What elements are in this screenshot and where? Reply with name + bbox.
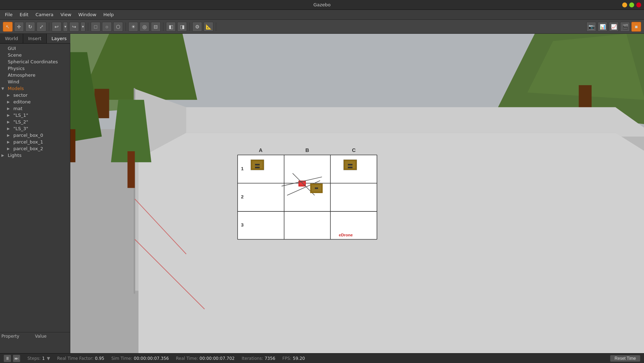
menu-help[interactable]: Help (100, 11, 117, 18)
close-button[interactable] (636, 2, 641, 7)
property-header: Property (1, 334, 35, 352)
steps-label: Steps: (27, 356, 41, 361)
sphere-button[interactable]: ○ (102, 22, 112, 32)
maximize-button[interactable] (629, 2, 634, 7)
main-layout: World Insert Layers GUI Scene Spherical … (0, 34, 644, 353)
arrow-sector: ▶ (7, 93, 13, 97)
model-database-button[interactable]: ◨ (177, 22, 187, 32)
iterations-value: 7356 (265, 356, 276, 361)
label-atmosphere: Atmosphere (8, 72, 36, 78)
cylinder-button[interactable]: ⬡ (113, 22, 123, 32)
tree-item-mat[interactable]: ▶ mat (0, 105, 70, 112)
simtime-value: 00:00:00:07.356 (134, 356, 169, 361)
tree-item-sector[interactable]: ▶ sector (0, 92, 70, 98)
video-button[interactable]: 🎬 (620, 22, 630, 32)
label-ls3: "LS_3" (13, 126, 28, 131)
svg-rect-50 (128, 151, 135, 188)
tree-item-gui[interactable]: GUI (0, 45, 70, 52)
label-scene: Scene (8, 52, 22, 58)
undo-button[interactable]: ↩ (52, 22, 62, 32)
sun-light-button[interactable]: ☀ (128, 22, 138, 32)
rtf-value: 0.95 (95, 356, 104, 361)
arrow-ls1: ▶ (7, 113, 13, 117)
model-insert-button[interactable]: ◧ (166, 22, 176, 32)
left-panel: World Insert Layers GUI Scene Spherical … (0, 34, 70, 353)
steps-value: 1 (42, 356, 45, 361)
measure-button[interactable]: 📐 (204, 22, 213, 32)
svg-text:■■: ■■ (315, 186, 318, 190)
window-controls (622, 2, 641, 7)
tree-item-editone[interactable]: ▶ editone (0, 98, 70, 105)
realtime-value: 00:00:00:07.702 (200, 356, 235, 361)
3d-viewport[interactable]: A B C 1 2 3 ■■■ ■■■ ■■■ ■■■ (70, 34, 644, 353)
scale-tool-button[interactable]: ⤢ (37, 22, 46, 32)
tree-item-physics[interactable]: Physics (0, 65, 70, 72)
joint-button[interactable]: ⚙ (192, 22, 202, 32)
box-button[interactable]: □ (91, 22, 101, 32)
log-button[interactable]: 📊 (598, 22, 607, 32)
tab-insert[interactable]: Insert (23, 34, 46, 43)
menu-edit[interactable]: Edit (16, 11, 32, 18)
sep3 (125, 23, 126, 31)
tree-item-lights[interactable]: ▶ Lights (0, 152, 70, 159)
tree-item-ls3[interactable]: ▶ "LS_3" (0, 125, 70, 132)
toolbar: ↖ ✛ ↻ ⤢ ↩ ▼ ↪ ▼ □ ○ ⬡ ☀ ◎ ⊟ ◧ ◨ ⚙ 📐 📷 📊 … (0, 20, 644, 34)
sep6 (216, 23, 216, 31)
tab-layers[interactable]: Layers (47, 34, 72, 43)
sep5 (189, 23, 190, 31)
label-physics: Physics (8, 66, 25, 71)
menu-window[interactable]: Window (75, 11, 100, 18)
svg-rect-52 (70, 129, 75, 162)
label-models: Models (8, 86, 24, 91)
fps-value: 59.20 (293, 356, 305, 361)
pause-button[interactable]: ⏸ (4, 355, 11, 362)
minimize-button[interactable] (622, 2, 627, 7)
realtime-item: Real Time: 00:00:00:07.702 (176, 356, 234, 361)
tree-item-atmosphere[interactable]: Atmosphere (0, 72, 70, 78)
steps-dropdown-icon[interactable]: ▼ (47, 356, 50, 361)
spot-light-button[interactable]: ⊟ (151, 22, 161, 32)
menu-bar: File Edit Camera View Window Help (0, 10, 644, 20)
redo-button[interactable]: ↪ (69, 22, 79, 32)
svg-text:2: 2 (241, 194, 244, 199)
label-lights: Lights (8, 153, 21, 158)
svg-text:A: A (259, 147, 263, 153)
translate-tool-button[interactable]: ✛ (14, 22, 24, 32)
tree-item-parcel2[interactable]: ▶ parcel_box_2 (0, 145, 70, 152)
step-button[interactable]: ⏭ (13, 355, 20, 362)
label-gui: GUI (8, 46, 16, 51)
orange-indicator[interactable]: ■ (631, 22, 641, 32)
tree-item-ls1[interactable]: ▶ "LS_1" (0, 112, 70, 119)
menu-file[interactable]: File (1, 11, 16, 18)
tree-item-spherical[interactable]: Spherical Coordinates (0, 58, 70, 65)
world-tree: GUI Scene Spherical Coordinates Physics … (0, 44, 70, 332)
label-parcel1: parcel_box_1 (13, 139, 43, 145)
tree-item-models[interactable]: ▼ Models (0, 85, 70, 92)
sep2 (88, 23, 88, 31)
point-light-button[interactable]: ◎ (140, 22, 149, 32)
screenshot-button[interactable]: 📷 (586, 22, 596, 32)
rtf-item: Real Time Factor: 0.95 (57, 356, 104, 361)
menu-view[interactable]: View (57, 11, 75, 18)
rtf-label: Real Time Factor: (57, 356, 94, 361)
arrow-ls3: ▶ (7, 127, 13, 130)
tree-item-parcel0[interactable]: ▶ parcel_box_0 (0, 132, 70, 139)
fps-item: FPS: 59.20 (282, 356, 305, 361)
menu-camera[interactable]: Camera (32, 11, 57, 18)
app-title: Gazebo (313, 2, 330, 7)
value-header: Value (35, 334, 69, 352)
arrow-parcel0: ▶ (7, 133, 13, 137)
tab-world[interactable]: World (0, 34, 23, 43)
tree-item-parcel1[interactable]: ▶ parcel_box_1 (0, 139, 70, 145)
arrow-parcel1: ▶ (7, 140, 13, 144)
redo-dropdown-button[interactable]: ▼ (80, 22, 85, 32)
tree-item-ls2[interactable]: ▶ "LS_2" (0, 119, 70, 125)
undo-dropdown-button[interactable]: ▼ (63, 22, 68, 32)
iterations-label: Iterations: (242, 356, 263, 361)
reset-time-button[interactable]: Reset Time (610, 355, 640, 362)
tree-item-wind[interactable]: Wind (0, 78, 70, 85)
tree-item-scene[interactable]: Scene (0, 52, 70, 58)
rotate-tool-button[interactable]: ↻ (25, 22, 35, 32)
select-tool-button[interactable]: ↖ (3, 22, 13, 32)
plot-button[interactable]: 📈 (609, 22, 619, 32)
